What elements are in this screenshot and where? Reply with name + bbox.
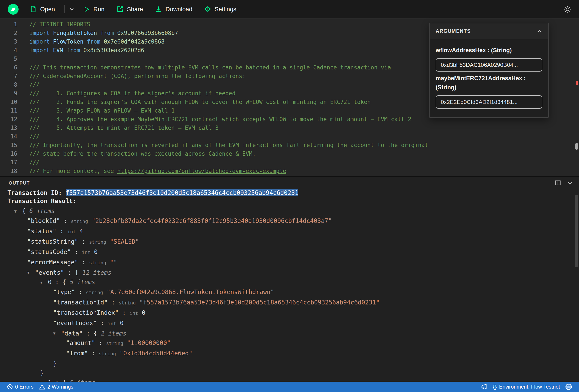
- code-token: [97, 30, 100, 36]
- line-number: 7: [0, 72, 17, 81]
- expand-toggle-icon[interactable]: ▼: [40, 378, 48, 382]
- json-token: [90, 248, 94, 255]
- json-token: 1: [48, 379, 52, 382]
- editor-scrollbar-thumb[interactable]: [575, 143, 578, 150]
- open-button[interactable]: Open: [30, 6, 55, 12]
- json-token: }: [53, 360, 57, 367]
- json-token: string: [86, 289, 103, 295]
- json-token: "f557a1573b76aa53e73d46f3e10d200d5c18a65…: [140, 299, 380, 306]
- line-number: 2: [0, 29, 17, 38]
- json-token: :: [95, 339, 106, 346]
- theme-toggle-button[interactable]: [564, 5, 571, 13]
- json-token: "data": [61, 330, 83, 336]
- code-token: 0x8c5303eaa26202d6: [83, 47, 145, 54]
- code-line-content: /// 1. Configures a COA in the signer's …: [17, 89, 235, 98]
- code-token: FlowToken: [53, 38, 83, 45]
- download-button[interactable]: Download: [155, 6, 193, 12]
- json-tree-row: ▼0 : { 5 items: [7, 277, 579, 287]
- warnings-status[interactable]: 2 Warnings: [36, 384, 76, 390]
- code-line: 18/// For more context, see https://gith…: [0, 167, 579, 175]
- code-token: /// Importantly, the transaction is reve…: [29, 142, 428, 148]
- json-token: "2b28cbfb87da2cfec4f0232c6f883f0f12c95b3…: [92, 217, 332, 224]
- wflow-address-input[interactable]: 0xd3bF53DAC106A0290B04...: [436, 58, 542, 72]
- json-token: [103, 288, 107, 295]
- line-number: 4: [0, 46, 17, 55]
- code-link[interactable]: https://github.com/onflow/batched-evm-ex…: [117, 168, 286, 174]
- json-tree-row: ▼"data" : { 2 items: [7, 328, 579, 338]
- announcements-button[interactable]: [479, 384, 490, 390]
- share-button[interactable]: Share: [117, 6, 143, 12]
- json-token: {: [62, 379, 70, 382]
- expand-toggle-icon[interactable]: ▼: [40, 278, 48, 287]
- code-token: /// 4. Approves the example MaybeMintERC…: [29, 116, 411, 122]
- open-dropdown-chevron[interactable]: [69, 6, 75, 12]
- arguments-panel-header[interactable]: ARGUMENTS: [430, 23, 548, 39]
- run-button[interactable]: Run: [83, 6, 104, 12]
- json-token: [106, 238, 110, 245]
- code-token: /// CadenceOwnedAccount (COA), performin…: [29, 73, 246, 79]
- expand-toggle-icon[interactable]: ▼: [53, 329, 61, 338]
- json-token: int: [130, 310, 138, 316]
- json-token: {: [62, 279, 70, 285]
- json-token: :: [78, 238, 89, 245]
- chevron-down-icon: [69, 6, 75, 12]
- json-token: "events": [35, 269, 64, 276]
- code-token: ///: [29, 81, 40, 88]
- json-token: [136, 299, 140, 306]
- json-token: "eventIndex": [53, 319, 97, 326]
- collapse-output-button[interactable]: [567, 180, 573, 186]
- chevron-down-icon: [567, 180, 573, 186]
- code-token: from: [100, 30, 114, 36]
- code-line-content: // TESTNET IMPORTS: [17, 20, 90, 29]
- code-token: import: [29, 30, 53, 36]
- arguments-title: ARGUMENTS: [436, 28, 471, 34]
- code-token: ///: [29, 159, 40, 166]
- json-token: 2 items: [101, 330, 126, 336]
- json-tree: ▼{ 6 items"blockId" : string "2b28cbfb87…: [7, 206, 579, 382]
- code-token: // TESTNET IMPORTS: [29, 21, 90, 28]
- code-token: EVM: [53, 47, 63, 54]
- maybe-mint-address-input[interactable]: 0x2E2Ed0Cfd3AD2f1d34481...: [436, 95, 542, 109]
- line-number: 15: [0, 141, 17, 150]
- json-tree-row: "transactionId" : string "f557a1573b76aa…: [7, 297, 579, 308]
- split-panel-icon: [555, 180, 561, 186]
- output-scrollbar-thumb[interactable]: [575, 195, 578, 267]
- download-label: Download: [166, 6, 193, 12]
- code-token: from: [67, 47, 80, 54]
- share-icon: [117, 6, 124, 12]
- expand-toggle-icon[interactable]: ▼: [27, 268, 35, 277]
- expand-toggle-icon[interactable]: ▼: [14, 206, 22, 216]
- connection-status-button[interactable]: [563, 383, 575, 390]
- errors-status[interactable]: 0 Errors: [4, 384, 36, 390]
- line-number: 14: [0, 132, 17, 141]
- toolbar: Open Run Share Download ⚙ Setting: [0, 0, 579, 19]
- flow-runner-app: Open Run Share Download ⚙ Setting: [0, 0, 579, 392]
- line-number: 8: [0, 81, 17, 89]
- json-token: 0: [142, 309, 145, 316]
- code-token: /// 3. Wraps FLOW as WFLOW — EVM call 1: [29, 107, 175, 114]
- code-line: 13/// 5. Attempts to mint an ERC721 toke…: [0, 124, 579, 132]
- code-token: from: [87, 38, 100, 45]
- json-token: int: [82, 249, 90, 255]
- code-line-content: [17, 55, 29, 63]
- error-circle-icon: [7, 384, 13, 390]
- transaction-id-line: Transaction ID: f557a1573b76aa53e73d46f3…: [7, 189, 579, 197]
- json-token: "from": [66, 350, 88, 357]
- split-panel-button[interactable]: [555, 180, 561, 186]
- code-token: import: [29, 38, 53, 45]
- json-tree-row: ▼{ 6 items: [7, 206, 579, 216]
- code-token: [80, 47, 83, 54]
- json-token: :: [78, 259, 89, 265]
- json-tree-row: "type" : string "A.7e60df042a9c0868.Flow…: [7, 287, 579, 297]
- output-body: Transaction ID: f557a1573b76aa53e73d46f3…: [0, 189, 579, 382]
- settings-button[interactable]: ⚙ Settings: [205, 5, 236, 13]
- environment-status[interactable]: {} Environment: Flow Testnet: [490, 384, 563, 390]
- line-number: 3: [0, 38, 17, 46]
- json-token: 5 items: [70, 379, 95, 382]
- json-token: [123, 339, 127, 346]
- transaction-id-value[interactable]: f557a1573b76aa53e73d46f3e10d200d5c18a653…: [66, 189, 298, 196]
- json-token: 4: [79, 227, 83, 234]
- warnings-count-label: 2 Warnings: [47, 384, 73, 390]
- json-tree-row: }: [7, 368, 579, 378]
- chevron-up-icon[interactable]: [537, 28, 542, 34]
